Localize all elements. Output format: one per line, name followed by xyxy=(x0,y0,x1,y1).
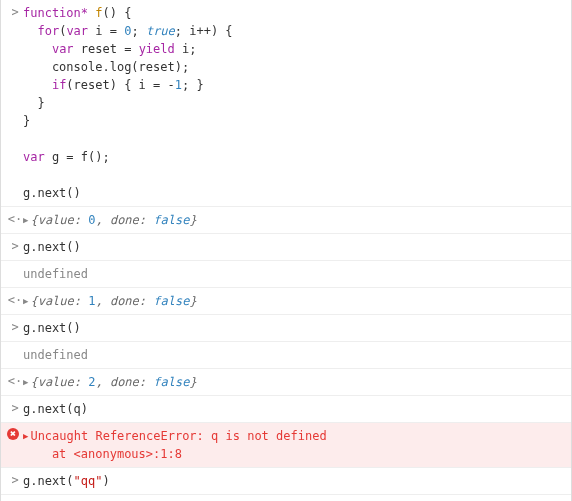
console-input-row[interactable]: > g.next(q) xyxy=(1,396,571,423)
console-log-row: qq xyxy=(1,495,571,501)
input-chevron-icon: > xyxy=(7,319,23,334)
log-gutter xyxy=(7,346,23,347)
output-chevron-icon: <· xyxy=(7,373,23,388)
console-input-text: g.next() xyxy=(23,319,565,337)
console-input-text: g.next() xyxy=(23,238,565,256)
console-log-text: undefined xyxy=(23,346,565,364)
console-output-row: <· ▶{value: 1, done: false} xyxy=(1,288,571,315)
console-error-row: ✖ ▶Uncaught ReferenceError: q is not def… xyxy=(1,423,571,468)
output-chevron-icon: <· xyxy=(7,211,23,226)
error-icon: ✖ xyxy=(7,427,23,440)
code-block-content: function* f() { for(var i = 0; true; i++… xyxy=(23,4,565,202)
console-output-row: <· ▶{value: 0, done: false} xyxy=(1,207,571,234)
console-input-block[interactable]: > function* f() { for(var i = 0; true; i… xyxy=(1,0,571,207)
console-output[interactable]: ▶{value: 1, done: false} xyxy=(23,292,565,310)
devtools-console: > function* f() { for(var i = 0; true; i… xyxy=(0,0,572,501)
console-input-text: g.next(q) xyxy=(23,400,565,418)
expand-triangle-icon[interactable]: ▶ xyxy=(23,430,28,444)
output-chevron-icon: <· xyxy=(7,292,23,307)
console-output[interactable]: ▶{value: 2, done: false} xyxy=(23,373,565,391)
console-input-row[interactable]: > g.next("qq") xyxy=(1,468,571,495)
console-output-row: <· ▶{value: 2, done: false} xyxy=(1,369,571,396)
console-input-row[interactable]: > g.next() xyxy=(1,234,571,261)
input-chevron-icon: > xyxy=(7,4,23,19)
console-log-row: undefined xyxy=(1,342,571,369)
input-chevron-icon: > xyxy=(7,400,23,415)
log-gutter xyxy=(7,265,23,266)
expand-triangle-icon[interactable]: ▶ xyxy=(23,214,28,228)
input-chevron-icon: > xyxy=(7,238,23,253)
log-gutter xyxy=(7,499,23,500)
console-input-row[interactable]: > g.next() xyxy=(1,315,571,342)
console-log-row: undefined xyxy=(1,261,571,288)
console-log-text: undefined xyxy=(23,265,565,283)
console-output[interactable]: ▶{value: 0, done: false} xyxy=(23,211,565,229)
expand-triangle-icon[interactable]: ▶ xyxy=(23,295,28,309)
input-chevron-icon: > xyxy=(7,472,23,487)
console-input-text: g.next("qq") xyxy=(23,472,565,490)
expand-triangle-icon[interactable]: ▶ xyxy=(23,376,28,390)
console-error-text[interactable]: ▶Uncaught ReferenceError: q is not defin… xyxy=(23,427,565,463)
